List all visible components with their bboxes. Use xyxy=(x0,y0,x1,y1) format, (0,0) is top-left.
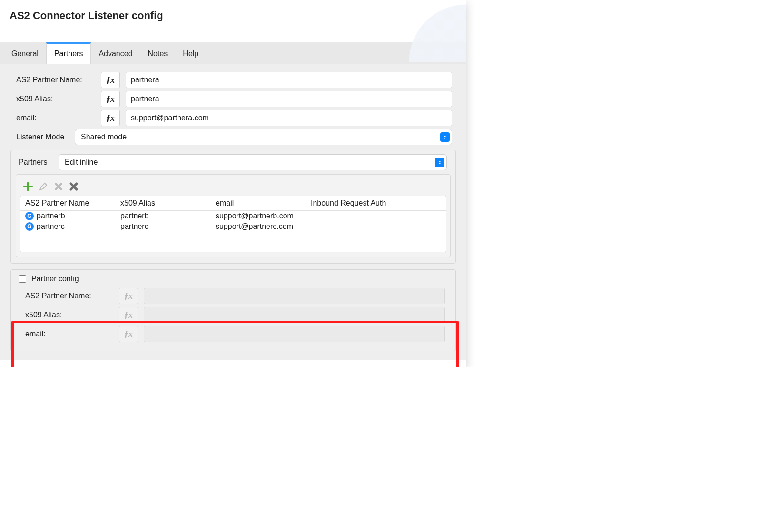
tab-content: AS2 Partner Name: ƒx x509 Alias: ƒx emai… xyxy=(0,64,466,360)
label-as2-partner-name: AS2 Partner Name: xyxy=(6,76,101,84)
label-partners: Partners xyxy=(16,158,59,167)
tab-partners[interactable]: Partners xyxy=(46,42,91,64)
pc-fx-button-as2-partner-name[interactable]: ƒx xyxy=(119,288,138,304)
pc-row-as2-partner-name: AS2 Partner Name: ƒx xyxy=(17,288,450,304)
clear-icon[interactable] xyxy=(69,181,79,192)
cell-email: support@partnerb.com xyxy=(216,212,311,220)
pc-input-email xyxy=(144,326,445,342)
pc-row-x509-alias: x509 Alias: ƒx xyxy=(17,307,450,323)
pc-input-as2-partner-name xyxy=(144,288,445,304)
row-email: email: ƒx xyxy=(6,110,461,126)
label-email: email: xyxy=(6,114,101,122)
cell-name: G partnerb xyxy=(25,212,120,220)
row-as2-partner-name: AS2 Partner Name: ƒx xyxy=(6,72,461,88)
partner-config-group: Partner config AS2 Partner Name: ƒx x509… xyxy=(10,269,456,351)
add-icon[interactable] xyxy=(23,181,33,192)
col-inbound-auth[interactable]: Inbound Request Auth xyxy=(311,199,441,207)
partners-group: Partners Edit inline xyxy=(10,150,456,264)
cell-name-text: partnerb xyxy=(37,212,65,220)
pc-label-x509-alias: x509 Alias: xyxy=(17,311,119,319)
table-row[interactable]: G partnerc partnerc support@partnerc.com xyxy=(20,221,446,232)
tab-advanced[interactable]: Advanced xyxy=(91,42,140,64)
partners-group-header: Partners Edit inline xyxy=(16,154,451,170)
globe-icon: G xyxy=(25,212,34,220)
input-as2-partner-name[interactable] xyxy=(126,72,452,88)
tabs-bar: General Partners Advanced Notes Help xyxy=(0,42,466,64)
fx-button-x509-alias[interactable]: ƒx xyxy=(101,91,120,107)
caret-icon xyxy=(440,132,450,142)
fx-button-email[interactable]: ƒx xyxy=(101,110,120,126)
partners-table: AS2 Partner Name x509 Alias email Inboun… xyxy=(20,196,446,252)
pc-fx-button-email[interactable]: ƒx xyxy=(119,326,138,342)
table-header: AS2 Partner Name x509 Alias email Inboun… xyxy=(20,196,446,211)
label-listener-mode: Listener Mode xyxy=(6,133,75,141)
title-bar: AS2 Connector Listener config xyxy=(0,0,466,42)
pc-fx-button-x509-alias[interactable]: ƒx xyxy=(119,307,138,323)
row-x509-alias: x509 Alias: ƒx xyxy=(6,91,461,107)
partners-toolbar xyxy=(20,178,446,196)
select-listener-mode[interactable]: Shared mode xyxy=(75,129,452,145)
caret-icon xyxy=(435,158,444,167)
col-as2-partner-name[interactable]: AS2 Partner Name xyxy=(25,199,120,207)
partner-config-title: Partner config xyxy=(31,275,79,283)
cell-email: support@partnerc.com xyxy=(216,222,311,231)
pc-label-email: email: xyxy=(17,330,119,338)
window-title: AS2 Connector Listener config xyxy=(10,10,457,22)
partner-config-title-row: Partner config xyxy=(17,274,450,284)
cell-name-text: partnerc xyxy=(37,222,65,231)
tab-general[interactable]: General xyxy=(4,42,46,64)
globe-icon: G xyxy=(25,222,34,231)
edit-icon[interactable] xyxy=(38,181,49,192)
partner-config-checkbox[interactable] xyxy=(19,275,26,283)
cell-alias: partnerb xyxy=(120,212,216,220)
label-x509-alias: x509 Alias: xyxy=(6,95,101,103)
table-row[interactable]: G partnerb partnerb support@partnerb.com xyxy=(20,211,446,221)
partners-table-wrap: AS2 Partner Name x509 Alias email Inboun… xyxy=(16,174,451,257)
select-partners-mode-value: Edit inline xyxy=(65,158,98,167)
tab-help[interactable]: Help xyxy=(175,42,206,64)
fx-button-as2-partner-name[interactable]: ƒx xyxy=(101,72,120,88)
select-partners-mode[interactable]: Edit inline xyxy=(59,154,447,170)
pc-row-email: email: ƒx xyxy=(17,326,450,342)
panel-inner: AS2 Connector Listener config General Pa… xyxy=(0,0,466,367)
select-listener-mode-value: Shared mode xyxy=(81,133,127,141)
input-x509-alias[interactable] xyxy=(126,91,452,107)
col-email[interactable]: email xyxy=(216,199,311,207)
pc-label-as2-partner-name: AS2 Partner Name: xyxy=(17,292,119,300)
pc-input-x509-alias xyxy=(144,307,445,323)
cell-alias: partnerc xyxy=(120,222,216,231)
cell-name: G partnerc xyxy=(25,222,120,231)
input-email[interactable] xyxy=(126,110,452,126)
tab-notes[interactable]: Notes xyxy=(140,42,176,64)
delete-icon[interactable] xyxy=(53,181,64,192)
config-panel: AS2 Connector Listener config General Pa… xyxy=(0,0,466,367)
col-x509-alias[interactable]: x509 Alias xyxy=(120,199,216,207)
row-listener-mode: Listener Mode Shared mode xyxy=(6,129,461,145)
table-empty-space xyxy=(20,232,446,252)
